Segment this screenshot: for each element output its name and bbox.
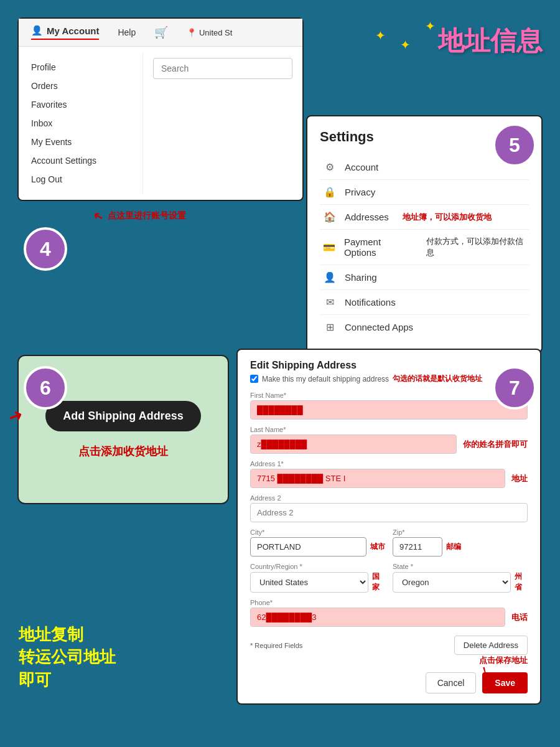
state-group: State * Oregon 州省	[393, 563, 528, 593]
default-address-checkbox[interactable]	[250, 375, 258, 383]
settings-item-payment[interactable]: 💳 Payment Options 付款方式，可以添加付款信息	[320, 230, 529, 265]
menu-item-myevents[interactable]: My Events	[19, 133, 142, 151]
delete-address-button[interactable]: Delete Address	[454, 636, 528, 655]
settings-account-label: Account	[345, 162, 378, 172]
search-input[interactable]	[153, 58, 292, 79]
state-annotation: 州省	[515, 571, 528, 593]
connectedapps-icon: ⊞	[322, 321, 337, 333]
address2-label: Address 2	[250, 494, 528, 502]
phone-annotation: 电话	[511, 612, 528, 623]
address2-input[interactable]	[250, 503, 528, 522]
account-menu-body: Profile Orders Favorites Inbox My Events…	[19, 47, 302, 200]
page-title: 地址信息	[438, 24, 543, 59]
default-address-row: Make this my default shipping address 勾选…	[250, 374, 528, 384]
country-select[interactable]: United States	[250, 572, 368, 593]
settings-payment-label: Payment Options	[344, 237, 413, 258]
default-address-label: Make this my default shipping address	[262, 375, 389, 383]
bottom-text-line3: 即可	[19, 669, 116, 691]
menu-item-logout[interactable]: Log Out	[19, 170, 142, 189]
bottom-text-line2: 转运公司地址	[19, 646, 116, 668]
step-6-circle: 6	[24, 366, 67, 410]
add-shipping-button[interactable]: Add Shipping Address	[45, 401, 200, 431]
cart-icon[interactable]: 🛒	[154, 26, 168, 39]
first-name-label: First Name*	[250, 392, 528, 399]
payment-annotation: 付款方式，可以添加付款信息	[426, 236, 526, 258]
menu-item-favorites[interactable]: Favorites	[19, 95, 142, 114]
address1-input[interactable]: 7715 ████████ STE I	[250, 469, 505, 488]
zip-annotation: 邮编	[446, 542, 461, 552]
addresses-icon: 🏠	[322, 211, 337, 223]
payment-icon: 💳	[322, 242, 337, 253]
city-input[interactable]	[250, 537, 366, 557]
form-footer: * Required Fields Delete Address	[250, 636, 528, 655]
menu-item-account-settings[interactable]: Account Settings	[19, 151, 142, 170]
city-annotation: 城市	[370, 542, 385, 552]
state-label: State *	[393, 563, 528, 570]
default-address-annotation: 勾选的话就是默认收货地址	[393, 374, 482, 384]
settings-privacy-label: Privacy	[345, 187, 375, 197]
red-arrow-icon: ➜	[90, 207, 107, 225]
sparkle-1: ✦	[375, 28, 386, 43]
zip-label: Zip*	[393, 529, 528, 536]
address1-label: Address 1*	[250, 460, 528, 467]
settings-item-notifications[interactable]: ✉ Notifications	[320, 290, 529, 315]
phone-label: Phone*	[250, 599, 528, 606]
location-link[interactable]: 📍 United St	[187, 28, 232, 37]
form-title: Edit Shipping Address	[250, 360, 528, 371]
city-group: City* 城市	[250, 529, 385, 557]
form-actions-area: 点击保存地址 ➘ Cancel Save	[250, 655, 528, 693]
zip-input[interactable]	[393, 537, 442, 557]
last-name-input[interactable]: z████████	[250, 435, 457, 454]
search-area	[143, 53, 302, 194]
address2-group: Address 2	[250, 494, 528, 522]
account-settings-icon: ⚙	[322, 161, 337, 173]
first-name-input[interactable]: ████████	[250, 400, 528, 420]
bottom-text-line1: 地址复制	[19, 623, 116, 646]
step-5-circle: 5	[493, 123, 536, 167]
settings-notifications-label: Notifications	[345, 297, 396, 308]
city-label: City*	[250, 529, 385, 536]
my-account-link[interactable]: 👤 My Account	[31, 25, 99, 40]
settings-sharing-label: Sharing	[345, 272, 377, 283]
menu-item-inbox[interactable]: Inbox	[19, 114, 142, 133]
addresses-annotation: 地址簿，可以添加收货地	[403, 212, 492, 223]
phone-group: Phone* 62████████3 电话	[250, 599, 528, 627]
city-zip-row: City* 城市 Zip* 邮编	[250, 529, 528, 563]
zip-group: Zip* 邮编	[393, 529, 528, 557]
panel3-arrow-icon: ➜	[5, 404, 26, 428]
address1-group: Address 1* 7715 ████████ STE I 地址	[250, 460, 528, 488]
edit-shipping-form-panel: Edit Shipping Address Make this my defau…	[236, 349, 541, 705]
first-name-group: First Name* ████████	[250, 392, 528, 420]
account-icon: 👤	[31, 25, 43, 36]
sparkle-2: ✦	[400, 37, 411, 52]
settings-addresses-label: Addresses	[345, 212, 389, 222]
sharing-icon: 👤	[322, 271, 337, 283]
privacy-icon: 🔒	[322, 186, 337, 198]
step-7-circle: 7	[493, 366, 536, 410]
country-state-row: Country/Region * United States 国家 State …	[250, 563, 528, 599]
settings-item-sharing[interactable]: 👤 Sharing	[320, 265, 529, 290]
panel3-annotation: 点击添加收货地址	[78, 444, 168, 459]
cancel-button[interactable]: Cancel	[426, 672, 477, 693]
last-name-annotation: 你的姓名拼音即可	[463, 439, 528, 450]
country-label: Country/Region *	[250, 563, 385, 570]
bottom-caption: 地址复制 转运公司地址 即可	[19, 623, 116, 691]
phone-input[interactable]: 62████████3	[250, 608, 505, 627]
state-select[interactable]: Oregon	[393, 572, 511, 593]
address1-annotation: 地址	[511, 473, 528, 484]
settings-item-connectedapps[interactable]: ⊞ Connected Apps	[320, 315, 529, 339]
notifications-icon: ✉	[322, 296, 337, 308]
required-note: * Required Fields	[250, 642, 302, 649]
country-group: Country/Region * United States 国家	[250, 563, 385, 593]
last-name-group: Last Name* z████████ 你的姓名拼音即可	[250, 426, 528, 454]
settings-item-addresses[interactable]: 🏠 Addresses 地址簿，可以添加收货地	[320, 205, 529, 230]
panel1-annotation: 点这里进行账号设置	[108, 210, 186, 222]
step-4-circle: 4	[24, 227, 67, 271]
menu-item-orders[interactable]: Orders	[19, 77, 142, 95]
panel1-annotation-area: ➜ 点这里进行账号设置	[93, 209, 186, 223]
help-link[interactable]: Help	[118, 27, 136, 37]
account-menu-panel: 👤 My Account Help 🛒 📍 United St Profile …	[17, 17, 304, 201]
menu-item-profile[interactable]: Profile	[19, 58, 142, 77]
account-menu-header: 👤 My Account Help 🛒 📍 United St	[19, 19, 302, 47]
settings-item-privacy[interactable]: 🔒 Privacy	[320, 180, 529, 205]
